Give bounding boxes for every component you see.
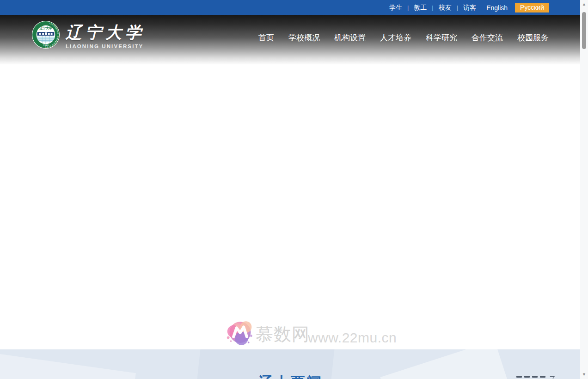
university-logo[interactable]: LIAONING UNIVERSITY 辽宁大学 1948 辽宁大学 LI — [31, 20, 145, 49]
clipped-glyph — [524, 376, 530, 378]
nav-item-cooperation-exchange[interactable]: 合作交流 — [472, 32, 503, 43]
topbar-link-russian[interactable]: Русский — [515, 3, 549, 12]
topbar-links: 学生 | 教工 | 校友 | 访客 English Русский — [389, 0, 549, 15]
site-header: LIAONING UNIVERSITY 辽宁大学 1948 辽宁大学 LI — [0, 15, 580, 65]
university-name-en: LIAONING UNIVERSITY — [66, 43, 145, 49]
news-section: 辽大要闻 — [0, 349, 580, 379]
topbar-link-staff[interactable]: 教工 — [414, 4, 427, 12]
watermark: 慕数网 www.22mu.cn — [226, 317, 383, 350]
topbar-link-alumni[interactable]: 校友 — [439, 4, 452, 12]
news-section-title: 辽大要闻 — [0, 373, 580, 379]
clipped-glyph — [516, 376, 522, 378]
university-name-cn: 辽宁大学 — [66, 23, 145, 42]
svg-text:1948: 1948 — [43, 44, 49, 47]
nav-item-school-overview[interactable]: 学校概况 — [288, 32, 320, 43]
page: 学生 | 教工 | 校友 | 访客 English Русский LIAON — [0, 0, 588, 379]
scroll-up-arrow[interactable]: ▲ — [580, 0, 588, 8]
university-seal-icon: LIAONING UNIVERSITY 辽宁大学 1948 — [31, 20, 60, 49]
scrollbar[interactable]: ▲ ▼ — [580, 0, 588, 379]
nav-item-organizations[interactable]: 机构设置 — [334, 32, 366, 43]
wordmark: 辽宁大学 LIAONING UNIVERSITY — [66, 20, 145, 49]
clipped-small-icon — [549, 376, 555, 379]
main-nav: 首页 学校概况 机构设置 人才培养 科学研究 合作交流 校园服务 — [258, 32, 549, 43]
topbar: 学生 | 教工 | 校友 | 访客 English Русский — [0, 0, 580, 15]
scroll-down-arrow[interactable]: ▼ — [580, 371, 588, 378]
scrollbar-thumb[interactable] — [582, 12, 586, 49]
topbar-separator: | — [432, 4, 433, 11]
topbar-link-english[interactable]: English — [486, 4, 508, 12]
topbar-separator: | — [407, 4, 409, 11]
watermark-logo-icon — [226, 318, 255, 348]
nav-item-talent-cultivation[interactable]: 人才培养 — [380, 32, 411, 43]
topbar-separator: | — [457, 4, 458, 11]
nav-item-campus-services[interactable]: 校园服务 — [517, 32, 549, 43]
nav-item-scientific-research[interactable]: 科学研究 — [426, 32, 457, 43]
topbar-link-student[interactable]: 学生 — [389, 4, 402, 12]
watermark-site-url: www.22mu.cn — [308, 330, 397, 346]
clipped-text-fragment — [516, 376, 554, 379]
clipped-glyph — [540, 376, 545, 378]
watermark-site-name: 慕数网 — [256, 323, 310, 346]
clipped-glyph — [532, 376, 538, 378]
topbar-link-visitor[interactable]: 访客 — [463, 4, 476, 12]
nav-item-home[interactable]: 首页 — [258, 32, 274, 43]
svg-text:辽宁大学: 辽宁大学 — [39, 26, 52, 30]
